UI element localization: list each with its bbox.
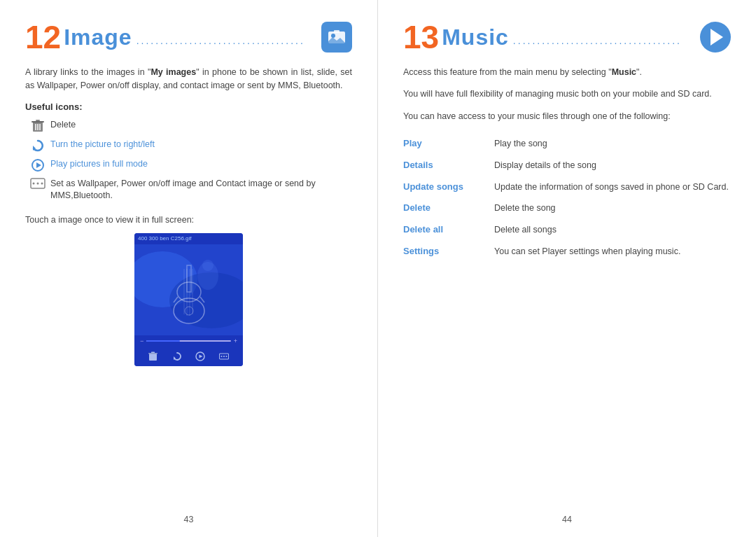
intro-text-13-3: You can have access to your music files … <box>403 110 731 123</box>
trash-icon <box>31 119 44 133</box>
music-term-settings: Settings <box>403 245 494 256</box>
options-icon-cell <box>25 178 50 189</box>
phone-play-icon <box>195 351 205 361</box>
page-number-43: 43 <box>184 515 194 524</box>
music-row-delete: Delete Delete the song <box>403 202 731 215</box>
chapter-dots-12: ................................... <box>136 28 317 46</box>
music-row-details: Details Display details of the song <box>403 159 731 172</box>
music-desc-details: Display details of the song <box>494 159 731 172</box>
play-full-icon <box>31 158 45 172</box>
phone-ctrl-play <box>195 351 205 361</box>
play-full-icon-label: Play pictures in full mode <box>50 158 352 171</box>
phone-screen-topbar: 400 300 ben C256.gif <box>134 233 243 244</box>
svg-point-1 <box>331 34 335 38</box>
icon-row-play-full: Play pictures in full mode <box>25 158 352 172</box>
right-page: 13 Music ...............................… <box>378 0 756 537</box>
phone-screen-zoom-bar: − + <box>134 335 243 347</box>
svg-point-39 <box>223 356 225 357</box>
rotate-icon-cell <box>25 139 50 153</box>
music-desc-settings: You can set Player settings when playing… <box>494 245 731 258</box>
music-term-delete-all: Delete all <box>403 223 494 235</box>
svg-rect-33 <box>151 351 155 353</box>
page-number-44: 44 <box>562 515 572 524</box>
music-menu-table: Play Play the song Details Display detai… <box>403 137 731 267</box>
svg-point-15 <box>41 182 43 184</box>
music-desc-delete-all: Delete all songs <box>494 223 731 237</box>
phone-screen-image-area <box>134 244 243 335</box>
phone-options-icon <box>219 353 229 360</box>
music-term-update: Update songs <box>403 181 494 192</box>
chapter-number-13: 13 <box>403 21 439 53</box>
play-triangle-icon <box>710 29 723 46</box>
chapter-heading-12: 12 Image ...............................… <box>25 21 352 53</box>
phone-screen-filename: 400 300 ben C256.gif <box>138 235 192 242</box>
image-chapter-icon <box>321 22 352 53</box>
options-icon-label: Set as Wallpaper, Power on/off image and… <box>50 178 352 202</box>
phone-rotate-icon <box>172 351 182 361</box>
chapter-title-12: Image <box>64 26 132 48</box>
music-row-play: Play Play the song <box>403 137 731 151</box>
intro-text-13-1: Access this feature from the main menu b… <box>403 66 731 79</box>
play-full-icon-cell <box>25 158 50 172</box>
music-term-details: Details <box>403 159 494 170</box>
music-row-settings: Settings You can set Player settings whe… <box>403 245 731 258</box>
svg-rect-2 <box>334 30 340 33</box>
svg-point-38 <box>221 356 223 357</box>
intro-text-12: A library links to the images in "My ima… <box>25 66 352 93</box>
chapter-dots-13: ................................... <box>513 28 696 46</box>
touch-text: Touch a image once to view it in full sc… <box>25 215 352 225</box>
phone-ctrl-rotate <box>172 351 182 361</box>
svg-point-40 <box>226 356 227 357</box>
music-desc-update: Update the information of songs saved in… <box>494 181 731 194</box>
icon-row-options: Set as Wallpaper, Power on/off image and… <box>25 178 352 202</box>
delete-icon-label: Delete <box>50 119 352 132</box>
phone-ctrl-trash <box>148 351 158 361</box>
music-desc-play: Play the song <box>494 137 731 151</box>
svg-point-13 <box>33 182 35 184</box>
zoom-in-icon: + <box>234 337 237 344</box>
trash-icon-cell <box>25 119 50 133</box>
svg-rect-5 <box>36 120 40 121</box>
chapter-number-12: 12 <box>25 21 61 53</box>
phone-ctrl-options <box>219 351 229 361</box>
phone-trash-icon <box>148 351 158 361</box>
left-page: 12 Image ...............................… <box>0 0 378 537</box>
chapter-title-13: Music <box>442 26 509 48</box>
music-chapter-icon <box>700 22 731 53</box>
rotate-icon-label: Turn the picture to right/left <box>50 139 352 151</box>
chapter-heading-13: 13 Music ...............................… <box>403 21 731 53</box>
zoom-slider <box>146 340 230 342</box>
icon-row-delete: Delete <box>25 119 352 133</box>
zoom-out-icon: − <box>140 337 144 344</box>
useful-icons-heading: Useful icons: <box>25 102 352 112</box>
photo-icon <box>327 29 346 46</box>
icon-row-rotate: Turn the picture to right/left <box>25 139 352 153</box>
rotate-icon <box>31 139 45 153</box>
music-row-delete-all: Delete all Delete all songs <box>403 223 731 237</box>
svg-marker-11 <box>36 162 41 168</box>
music-term-delete: Delete <box>403 202 494 213</box>
music-row-update: Update songs Update the information of s… <box>403 181 731 194</box>
music-desc-delete: Delete the song <box>494 202 731 215</box>
svg-point-14 <box>37 182 39 184</box>
phone-screen-mockup: 400 300 ben C256.gif <box>134 233 243 366</box>
svg-marker-36 <box>200 354 203 358</box>
music-term-play: Play <box>403 137 494 148</box>
svg-point-30 <box>202 260 214 271</box>
intro-text-13-2: You will have full flexibility of managi… <box>403 88 731 101</box>
options-icon <box>30 178 46 189</box>
phone-image-svg <box>134 244 243 335</box>
phone-screen-controls <box>134 347 243 366</box>
svg-rect-4 <box>31 121 44 123</box>
svg-rect-31 <box>149 354 157 361</box>
svg-rect-32 <box>148 353 158 354</box>
